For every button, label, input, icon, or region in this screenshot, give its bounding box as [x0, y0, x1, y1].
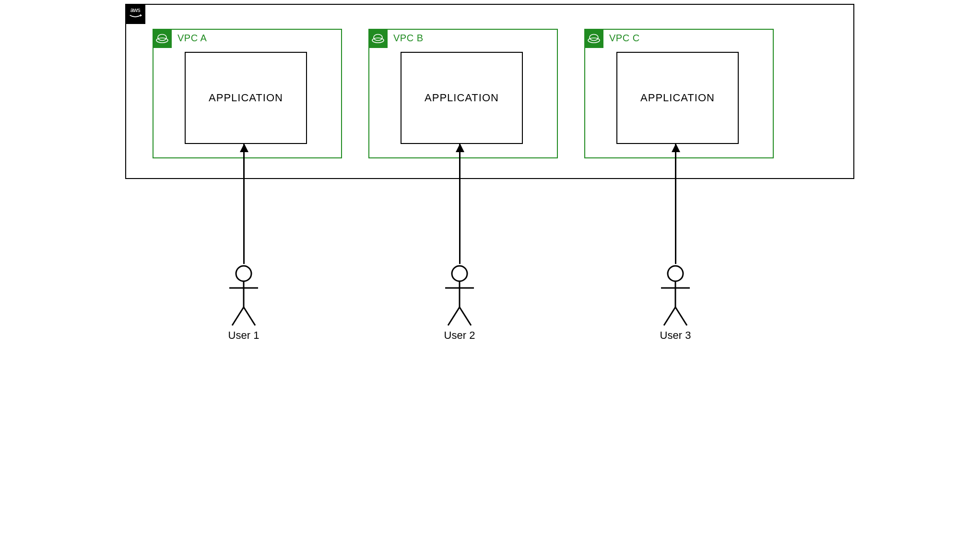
application-box: APPLICATION — [616, 52, 739, 144]
arrow-user2-to-app — [459, 144, 460, 264]
aws-logo-icon: aws — [125, 4, 145, 24]
application-label: APPLICATION — [209, 92, 283, 104]
svg-point-17 — [668, 266, 683, 281]
svg-line-16 — [460, 307, 471, 325]
vpc-title: VPC A — [177, 33, 207, 44]
svg-point-3 — [374, 35, 382, 41]
user-3: User 3 — [656, 265, 695, 342]
arrow-user1-to-app — [243, 144, 245, 264]
vpc-title: VPC B — [393, 33, 424, 44]
vpc-icon — [368, 29, 388, 48]
svg-point-5 — [590, 35, 598, 41]
svg-point-1 — [158, 35, 166, 41]
user-icon — [224, 265, 263, 327]
vpc-icon — [153, 29, 172, 48]
arrow-user3-to-app — [675, 144, 676, 264]
architecture-diagram: aws VPC A APPLICATION — [123, 0, 857, 412]
svg-line-15 — [448, 307, 460, 325]
svg-line-11 — [244, 307, 255, 325]
user-label: User 3 — [656, 329, 695, 342]
user-label: User 2 — [440, 329, 479, 342]
svg-line-20 — [664, 307, 675, 325]
vpc-icon — [584, 29, 603, 48]
user-2: User 2 — [440, 265, 479, 342]
application-box: APPLICATION — [401, 52, 523, 144]
user-icon — [440, 265, 479, 327]
vpc-a: VPC A APPLICATION — [153, 29, 342, 158]
application-box: APPLICATION — [185, 52, 307, 144]
svg-point-12 — [452, 266, 467, 281]
user-1: User 1 — [224, 265, 263, 342]
svg-line-10 — [232, 307, 244, 325]
aws-cloud-boundary: aws VPC A APPLICATION — [125, 4, 854, 179]
svg-line-21 — [675, 307, 687, 325]
application-label: APPLICATION — [425, 92, 499, 104]
vpc-title: VPC C — [609, 33, 640, 44]
svg-point-7 — [236, 266, 251, 281]
vpc-c: VPC C APPLICATION — [584, 29, 774, 158]
vpc-b: VPC B APPLICATION — [368, 29, 558, 158]
user-label: User 1 — [224, 329, 263, 342]
svg-text:aws: aws — [130, 7, 141, 13]
user-icon — [656, 265, 695, 327]
application-label: APPLICATION — [640, 92, 715, 104]
